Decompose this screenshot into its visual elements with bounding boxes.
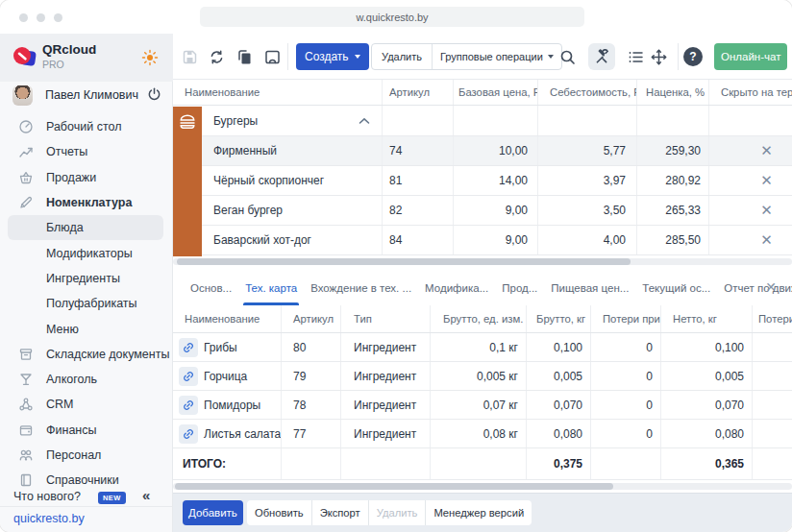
site-link[interactable]: quickresto.by [13, 512, 85, 525]
sidebar-item-semifinished[interactable]: Полуфабрикаты [0, 291, 173, 316]
tab-5[interactable]: Прод... [502, 270, 537, 305]
ingredient-row[interactable]: Горчица79Ингредиент0,005 кг0,00500,005 [173, 362, 792, 391]
empty-cell [282, 448, 341, 479]
ingredient-row[interactable]: Помидоры78Ингредиент0,07 кг0,07000,070 [173, 391, 792, 420]
ingredient-row[interactable]: Листья салата77Ингредиент0,08 кг0,08000,… [173, 420, 792, 448]
logout-power-icon[interactable] [146, 86, 162, 103]
hidden-x-icon[interactable]: ✕ [760, 172, 773, 189]
create-button[interactable]: Создать [296, 43, 369, 70]
product-name-cell[interactable]: Фирменный [173, 136, 383, 165]
copy-icon[interactable] [236, 49, 253, 65]
techcard-header-row[interactable]: НаименованиеАртикулТипБрутто, ед. изм.Бр… [173, 305, 792, 333]
window-control-dot[interactable] [19, 13, 28, 22]
user-row[interactable]: Павел Климович [0, 82, 173, 116]
sidebar-item-sales[interactable]: Продажи [0, 165, 173, 190]
sidebar-item-modifiers[interactable]: Модификаторы [0, 240, 173, 265]
product-row[interactable]: Фирменный7410,005,77259,30✕ [173, 136, 792, 166]
sidebar-item-warehouse-docs[interactable]: Складские документы [0, 342, 173, 367]
address-bar[interactable]: w.quickresto.by [200, 7, 584, 27]
product-sku-cell: 74 [383, 136, 454, 165]
link-icon[interactable] [179, 338, 198, 357]
online-chat-button[interactable]: Онлайн-чат [714, 43, 787, 70]
tab-7[interactable]: Текущий ос... [642, 270, 710, 305]
sidebar-item-finance[interactable]: Финансы [0, 418, 173, 443]
sidebar-item-label: Блюда [46, 221, 84, 234]
ingredient-name-cell[interactable]: Горчица [173, 362, 282, 390]
sidebar-item-label: Финансы [46, 423, 96, 437]
ingredient-row[interactable]: Грибы80Ингредиент0,1 кг0,10000,100 [173, 333, 792, 362]
refresh-button[interactable]: Обновить [247, 500, 311, 525]
product-row[interactable]: Чёрный скорпиончег8114,003,97280,92✕ [173, 166, 792, 196]
search-icon[interactable] [559, 49, 576, 65]
ingredient-name-cell[interactable]: Грибы [173, 333, 282, 361]
product-row[interactable]: Веган бургер829,003,50265,33✕ [173, 196, 792, 226]
products-header-row[interactable]: НаименованиеАртикулБазовая цена, РСебест… [173, 80, 792, 106]
crm-icon [18, 397, 34, 412]
link-icon[interactable] [179, 367, 198, 386]
hidden-x-icon[interactable]: ✕ [760, 202, 773, 219]
link-icon[interactable] [179, 396, 198, 415]
group-name-cell[interactable]: Бургеры [173, 106, 383, 135]
tab-2[interactable]: Тех. карта [245, 270, 297, 305]
products-table-hscrollbar[interactable] [173, 258, 792, 265]
theme-sun-icon[interactable] [141, 49, 159, 66]
col-header-name: Наименование [173, 305, 282, 332]
sidebar-item-alcohol[interactable]: Алкоголь [0, 367, 173, 392]
tab-8[interactable]: Отчет по движ... [724, 270, 792, 305]
total-row[interactable]: ИТОГО:0,3750,365 [173, 448, 792, 480]
help-button[interactable]: ? [683, 47, 703, 66]
empty-cell [454, 106, 538, 135]
sidebar-item-nomenclature[interactable]: Номенклатура [0, 190, 173, 215]
hidden-x-icon[interactable]: ✕ [760, 231, 773, 249]
product-name-cell[interactable]: Баварский хот-дог [173, 226, 383, 254]
version-manager-button[interactable]: Менеджер версий [425, 500, 532, 525]
collapse-sidebar-icon[interactable]: « [142, 487, 150, 503]
tools-view-toggle[interactable] [588, 43, 615, 70]
sidebar-item-ingredients[interactable]: Ингредиенты [0, 266, 173, 291]
move-icon[interactable] [651, 49, 667, 65]
sidebar-item-reports[interactable]: Отчеты [0, 139, 173, 164]
sidebar-item-dishes[interactable]: Блюда [8, 215, 163, 240]
product-row[interactable]: Баварский хот-дог849,004,00285,50✕ [173, 226, 792, 255]
hidden-x-icon[interactable]: ✕ [760, 142, 773, 159]
col-header-loss2: Потери [753, 305, 792, 332]
product-price-cell: 9,00 [454, 226, 538, 254]
link-icon[interactable] [179, 424, 198, 444]
group-operations-button[interactable]: Групповые операции [432, 44, 561, 69]
col-header-price: Базовая цена, Р [454, 80, 538, 105]
sidebar-menu: Рабочий столОтчетыПродажиНоменклатураБлю… [0, 114, 173, 493]
techcard-table-hscrollbar[interactable] [173, 483, 792, 490]
ingredient-name-cell[interactable]: Листья салата [173, 420, 282, 447]
window-control-dot[interactable] [37, 13, 45, 22]
col-header-type: Тип [341, 305, 431, 332]
net-kg-cell: 0,080 [661, 420, 753, 447]
sidebar-item-menu[interactable]: Меню [0, 316, 173, 341]
sidebar-item-crm[interactable]: CRM [0, 392, 173, 417]
close-detail-icon[interactable]: ✕ [765, 279, 777, 295]
sidebar-item-dashboard[interactable]: Рабочий стол [0, 114, 173, 139]
refresh-icon[interactable] [209, 49, 225, 65]
gross-unit-cell: 0,1 кг [431, 333, 527, 361]
ingredient-type-cell: Ингредиент [341, 333, 431, 361]
window-control-dot[interactable] [54, 13, 62, 22]
tab-4[interactable]: Модифика... [425, 270, 488, 305]
ingredient-sku-cell: 78 [282, 391, 341, 419]
product-markup-cell: 265,33 [637, 196, 709, 225]
tab-3[interactable]: Вхождение в тех. ... [310, 270, 411, 305]
product-name-cell[interactable]: Веган бургер [173, 196, 383, 225]
add-button[interactable]: Добавить [183, 500, 243, 525]
delete-button[interactable]: Удалить [372, 44, 432, 69]
terminal-icon[interactable] [264, 49, 281, 65]
ingredient-name-cell[interactable]: Помидоры [173, 391, 282, 419]
list-view-icon[interactable] [628, 49, 644, 65]
loss-cell: 0 [591, 391, 661, 419]
save-icon[interactable] [182, 49, 198, 65]
product-name-cell[interactable]: Чёрный скорпиончег [173, 166, 383, 195]
group-row-burgers[interactable]: Бургеры [173, 106, 792, 136]
collapse-chevron-icon[interactable] [359, 117, 370, 125]
tab-6[interactable]: Пищевая цен... [551, 270, 629, 305]
ingredient-type-cell: Ингредиент [341, 362, 431, 390]
sidebar-item-staff[interactable]: Персонал [0, 443, 173, 468]
tab-1[interactable]: Основ... [190, 270, 232, 305]
export-button[interactable]: Экспорт [311, 500, 368, 525]
